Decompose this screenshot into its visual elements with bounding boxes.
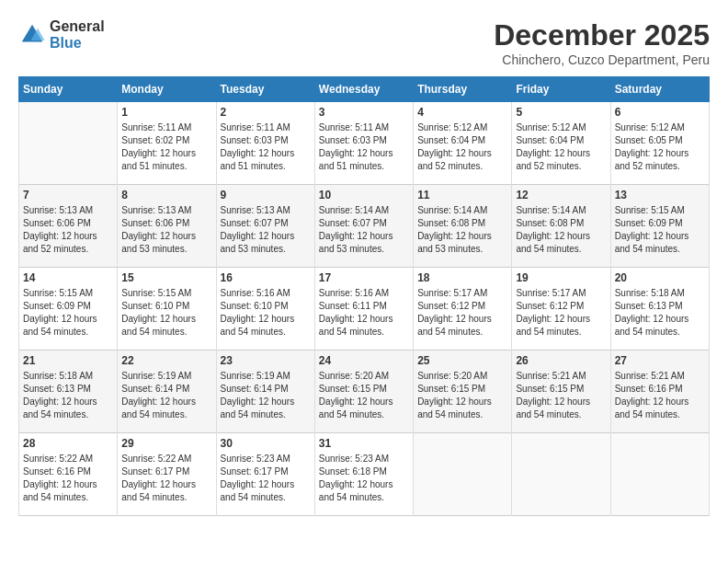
logo-blue: Blue [50, 35, 105, 52]
header-day-wednesday: Wednesday [314, 77, 413, 102]
day-number: 31 [319, 437, 409, 450]
sunrise-text: Sunrise: 5:11 AM [319, 122, 389, 132]
sunrise-text: Sunrise: 5:17 AM [417, 288, 487, 298]
sunrise-text: Sunrise: 5:14 AM [516, 205, 586, 215]
day-cell: 27Sunrise: 5:21 AMSunset: 6:16 PMDayligh… [610, 350, 709, 433]
day-number: 15 [121, 271, 211, 284]
daylight-text: Daylight: 12 hours [516, 396, 590, 407]
daylight-text-cont: and 54 minutes. [23, 409, 88, 419]
header-day-friday: Friday [512, 77, 610, 102]
sunset-text: Sunset: 6:16 PM [23, 466, 91, 477]
sunrise-text: Sunrise: 5:14 AM [417, 205, 487, 215]
daylight-text: Daylight: 12 hours [319, 148, 393, 158]
sunrise-text: Sunrise: 5:16 AM [221, 288, 290, 298]
sunset-text: Sunset: 6:11 PM [319, 301, 387, 311]
header-day-thursday: Thursday [414, 77, 512, 102]
day-cell: 3Sunrise: 5:11 AMSunset: 6:03 PMDaylight… [314, 102, 413, 185]
daylight-text-cont: and 54 minutes. [615, 244, 680, 254]
day-cell: 6Sunrise: 5:12 AMSunset: 6:05 PMDaylight… [610, 102, 709, 185]
sunset-text: Sunset: 6:02 PM [121, 135, 189, 145]
day-cell: 15Sunrise: 5:15 AMSunset: 6:10 PMDayligh… [118, 268, 216, 350]
sunset-text: Sunset: 6:12 PM [417, 301, 485, 311]
sunset-text: Sunset: 6:10 PM [121, 301, 189, 311]
day-number: 6 [615, 106, 705, 119]
day-info: Sunrise: 5:21 AMSunset: 6:16 PMDaylight:… [615, 370, 705, 421]
daylight-text: Daylight: 12 hours [319, 314, 393, 324]
header-day-sunday: Sunday [19, 77, 118, 102]
sunrise-text: Sunrise: 5:21 AM [516, 371, 586, 381]
sunrise-text: Sunrise: 5:18 AM [615, 288, 685, 298]
day-cell: 30Sunrise: 5:23 AMSunset: 6:17 PMDayligh… [216, 433, 314, 516]
day-cell: 28Sunrise: 5:22 AMSunset: 6:16 PMDayligh… [19, 433, 118, 516]
day-number: 25 [417, 354, 507, 367]
day-info: Sunrise: 5:13 AMSunset: 6:06 PMDaylight:… [121, 204, 211, 256]
sunset-text: Sunset: 6:13 PM [23, 384, 91, 394]
day-number: 20 [615, 271, 705, 284]
day-cell: 9Sunrise: 5:13 AMSunset: 6:07 PMDaylight… [216, 185, 314, 268]
daylight-text: Daylight: 12 hours [23, 396, 97, 407]
header-day-monday: Monday [118, 77, 216, 102]
daylight-text: Daylight: 12 hours [121, 396, 196, 407]
logo: General Blue [18, 18, 105, 51]
sunset-text: Sunset: 6:12 PM [516, 301, 584, 311]
day-cell: 23Sunrise: 5:19 AMSunset: 6:14 PMDayligh… [216, 350, 314, 433]
sunrise-text: Sunrise: 5:23 AM [221, 454, 290, 464]
day-cell: 8Sunrise: 5:13 AMSunset: 6:06 PMDaylight… [118, 185, 216, 268]
sunset-text: Sunset: 6:15 PM [516, 384, 584, 394]
day-cell: 22Sunrise: 5:19 AMSunset: 6:14 PMDayligh… [118, 350, 216, 433]
day-cell [512, 433, 610, 516]
daylight-text: Daylight: 12 hours [417, 231, 492, 241]
sunrise-text: Sunrise: 5:21 AM [615, 371, 685, 381]
daylight-text: Daylight: 12 hours [319, 231, 393, 241]
day-cell: 17Sunrise: 5:16 AMSunset: 6:11 PMDayligh… [314, 268, 413, 350]
day-info: Sunrise: 5:13 AMSunset: 6:06 PMDaylight:… [23, 204, 113, 256]
daylight-text-cont: and 54 minutes. [417, 327, 483, 337]
sunrise-text: Sunrise: 5:19 AM [221, 371, 290, 381]
day-cell: 21Sunrise: 5:18 AMSunset: 6:13 PMDayligh… [19, 350, 118, 433]
day-info: Sunrise: 5:11 AMSunset: 6:03 PMDaylight:… [221, 121, 311, 173]
day-cell: 18Sunrise: 5:17 AMSunset: 6:12 PMDayligh… [414, 268, 512, 350]
sunset-text: Sunset: 6:16 PM [615, 384, 683, 394]
daylight-text: Daylight: 12 hours [516, 148, 590, 158]
day-number: 10 [319, 189, 409, 201]
sunset-text: Sunset: 6:07 PM [221, 218, 289, 228]
day-cell: 19Sunrise: 5:17 AMSunset: 6:12 PMDayligh… [512, 268, 610, 350]
logo-general: General [50, 18, 105, 35]
day-info: Sunrise: 5:15 AMSunset: 6:10 PMDaylight:… [121, 287, 211, 339]
day-info: Sunrise: 5:11 AMSunset: 6:03 PMDaylight:… [319, 121, 409, 173]
sunset-text: Sunset: 6:15 PM [417, 384, 485, 394]
day-info: Sunrise: 5:14 AMSunset: 6:08 PMDaylight:… [516, 204, 606, 256]
daylight-text-cont: and 54 minutes. [319, 327, 384, 337]
page-header: General Blue December 2025 Chinchero, Cu… [18, 18, 710, 67]
day-cell: 2Sunrise: 5:11 AMSunset: 6:03 PMDaylight… [216, 102, 314, 185]
daylight-text: Daylight: 12 hours [23, 231, 97, 241]
daylight-text-cont: and 53 minutes. [417, 244, 483, 254]
day-cell: 25Sunrise: 5:20 AMSunset: 6:15 PMDayligh… [414, 350, 512, 433]
day-number: 8 [121, 189, 211, 201]
week-row-5: 28Sunrise: 5:22 AMSunset: 6:16 PMDayligh… [19, 433, 710, 516]
day-number: 23 [221, 354, 311, 367]
daylight-text-cont: and 52 minutes. [417, 161, 483, 171]
sunrise-text: Sunrise: 5:15 AM [615, 205, 685, 215]
calendar-table: SundayMondayTuesdayWednesdayThursdayFrid… [18, 76, 710, 516]
day-number: 16 [221, 271, 311, 284]
day-number: 2 [221, 106, 311, 119]
day-cell: 26Sunrise: 5:21 AMSunset: 6:15 PMDayligh… [512, 350, 610, 433]
sunrise-text: Sunrise: 5:11 AM [221, 122, 290, 132]
sunset-text: Sunset: 6:15 PM [319, 384, 387, 394]
sunset-text: Sunset: 6:05 PM [615, 135, 683, 145]
day-info: Sunrise: 5:23 AMSunset: 6:17 PMDaylight:… [221, 453, 311, 504]
daylight-text: Daylight: 12 hours [319, 479, 393, 489]
day-info: Sunrise: 5:22 AMSunset: 6:17 PMDaylight:… [121, 453, 211, 504]
day-cell [610, 433, 709, 516]
daylight-text-cont: and 54 minutes. [615, 327, 680, 337]
sunset-text: Sunset: 6:06 PM [121, 218, 189, 228]
daylight-text: Daylight: 12 hours [121, 314, 196, 324]
sunrise-text: Sunrise: 5:16 AM [319, 288, 389, 298]
sunrise-text: Sunrise: 5:17 AM [516, 288, 586, 298]
daylight-text: Daylight: 12 hours [23, 314, 97, 324]
header-day-saturday: Saturday [610, 77, 709, 102]
week-row-4: 21Sunrise: 5:18 AMSunset: 6:13 PMDayligh… [19, 350, 710, 433]
daylight-text-cont: and 54 minutes. [121, 492, 187, 502]
sunset-text: Sunset: 6:08 PM [417, 218, 485, 228]
